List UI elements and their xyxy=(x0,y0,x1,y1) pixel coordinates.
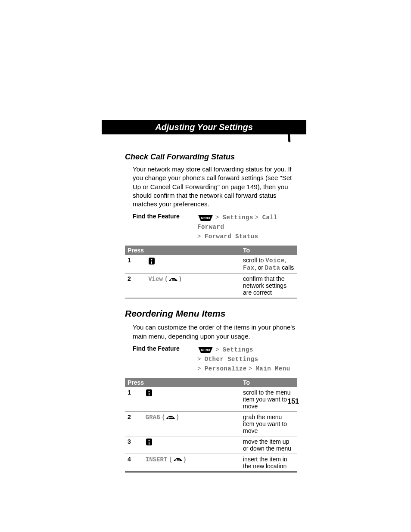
svg-text:MENU: MENU xyxy=(201,217,210,220)
col-press: Press xyxy=(125,246,240,255)
step-number: 1 xyxy=(125,255,146,274)
page-number: 151 xyxy=(287,398,299,405)
subsection-heading: Check Call Forwarding Status xyxy=(125,152,297,162)
chapter-title: Adjusting Your Settings xyxy=(155,122,253,132)
table-row: 2 View () confirm that the network setti… xyxy=(125,274,297,299)
press-cell: GRAB () xyxy=(143,411,240,436)
step-number: 4 xyxy=(125,454,143,472)
find-the-feature-label: Find the Feature xyxy=(133,345,197,373)
svg-point-7 xyxy=(148,391,149,392)
table-row: 3 move the item up or down the menu xyxy=(125,436,297,454)
to-cell: scroll to Voice, Fax, or Data calls xyxy=(240,255,297,274)
flash-icon xyxy=(277,121,301,145)
steps-table: Press To 1 scroll to Voice, Fax, or Data… xyxy=(125,246,297,299)
table-row: 2 GRAB () grab the menu item you want to… xyxy=(125,411,297,436)
page: Adjusting Your Settings Check Call Forwa… xyxy=(0,0,411,532)
body-paragraph: Your network may store call forwarding s… xyxy=(133,165,297,208)
scroll-key-icon xyxy=(146,389,153,397)
path-item: Personalize xyxy=(205,365,247,372)
nav-path: MENU > Settings > Call Forward > Forward… xyxy=(197,213,297,241)
scroll-key-icon xyxy=(148,257,155,265)
path-item: Settings xyxy=(223,214,253,221)
menu-key-icon: MENU xyxy=(197,215,214,221)
path-item: Main Menu xyxy=(255,365,290,372)
chapter-title-bar: Adjusting Your Settings xyxy=(102,120,306,134)
press-cell xyxy=(143,387,240,412)
svg-point-10 xyxy=(148,440,149,442)
to-cell: confirm that the network settings are co… xyxy=(240,274,297,299)
col-to: To xyxy=(240,246,297,255)
find-the-feature-row: Find the Feature MENU > Settings > Call … xyxy=(133,213,297,241)
path-item: Other Settings xyxy=(205,356,258,363)
press-cell: View () xyxy=(146,274,240,299)
to-cell: insert the item in the new location xyxy=(240,454,297,472)
table-header-row: Press To xyxy=(125,246,297,255)
press-cell: INSERT () xyxy=(143,454,240,472)
section-heading: Reordering Menu Items xyxy=(125,308,297,319)
col-press: Press xyxy=(125,378,240,387)
svg-point-3 xyxy=(151,259,153,260)
find-the-feature-label: Find the Feature xyxy=(133,213,197,241)
softkey-icon xyxy=(168,276,178,283)
softkey-label: View xyxy=(148,276,163,283)
nav-path: MENU > Settings > Other Settings > Perso… xyxy=(197,345,297,373)
press-cell xyxy=(143,436,240,454)
find-the-feature-row: Find the Feature MENU > Settings > Other… xyxy=(133,345,297,373)
softkey-icon xyxy=(173,456,183,463)
softkey-icon xyxy=(165,414,176,421)
step-number: 3 xyxy=(125,436,143,454)
svg-rect-11 xyxy=(149,442,149,445)
page-content: Check Call Forwarding Status Your networ… xyxy=(125,146,297,475)
step-number: 2 xyxy=(125,411,143,436)
table-row: 4 INSERT () insert the item in the new l… xyxy=(125,454,297,472)
svg-rect-8 xyxy=(149,393,149,395)
softkey-label: GRAB xyxy=(146,414,160,421)
path-item: Forward Status xyxy=(205,233,258,240)
svg-text:MENU: MENU xyxy=(201,348,210,352)
table-row: 1 scroll to Voice, Fax, or Data calls xyxy=(125,255,297,274)
to-cell: move the item up or down the menu xyxy=(240,436,297,454)
table-row: 1 scroll to the menu item you want to mo… xyxy=(125,387,297,412)
col-to: To xyxy=(240,378,297,387)
scroll-key-icon xyxy=(146,438,153,446)
press-cell xyxy=(146,255,240,274)
table-header-row: Press To xyxy=(125,378,297,387)
menu-key-icon: MENU xyxy=(197,347,214,353)
step-number: 2 xyxy=(125,274,146,299)
body-paragraph: You can customize the order of the items… xyxy=(133,323,297,341)
path-item: Settings xyxy=(223,346,253,353)
step-number: 1 xyxy=(125,387,143,412)
softkey-label: INSERT xyxy=(146,456,167,463)
svg-rect-4 xyxy=(151,261,152,264)
steps-table: Press To 1 scroll to the menu item you w… xyxy=(125,378,297,473)
to-cell: grab the menu item you want to move xyxy=(240,411,297,436)
